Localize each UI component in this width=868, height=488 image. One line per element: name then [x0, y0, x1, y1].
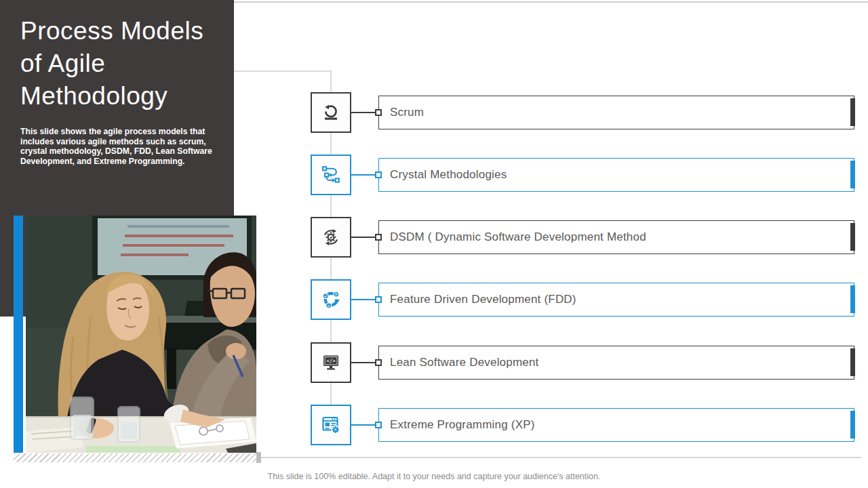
connector-square	[375, 422, 382, 428]
scrum-sprint-icon	[320, 102, 342, 123]
connector-line	[351, 112, 376, 113]
connector-line	[351, 362, 376, 363]
slide-canvas: Process Models of Agile Methodology This…	[0, 0, 868, 488]
icon-box	[311, 405, 351, 445]
hatch-handle	[256, 452, 261, 463]
process-item-row-xp: Extreme Programming (XP)	[311, 405, 854, 445]
process-label: Extreme Programming (XP)	[390, 418, 535, 432]
process-bar: Scrum	[378, 96, 854, 129]
page-title: Process Models of Agile Methodology	[20, 15, 229, 113]
process-bar: DSDM ( Dynamic Software Development Meth…	[378, 220, 854, 254]
page-title-line: of Agile	[20, 47, 229, 80]
browser-gear-icon	[320, 414, 342, 436]
page-title-line: Methodology	[20, 80, 229, 113]
icon-box	[311, 217, 351, 258]
process-item-row-crystal: Crystal Methodologies	[311, 155, 854, 195]
process-bar: Feature Driven Development (FDD)	[378, 283, 854, 317]
code-monitor-icon: </>	[320, 352, 342, 373]
process-bar: Lean Software Development	[378, 346, 854, 380]
icon-box	[311, 279, 351, 320]
process-item-row-lean: </> Lean Software Development	[311, 342, 854, 383]
gear-refresh-icon	[320, 226, 342, 248]
meeting-photo-illustration	[26, 216, 256, 453]
connector-square	[375, 359, 382, 366]
connector-square	[375, 171, 382, 178]
footer-note: This slide is 100% editable. Adapt it to…	[0, 472, 868, 481]
svg-text:</>: </>	[326, 358, 336, 364]
photo-accent-stripe	[14, 216, 23, 453]
connector-square	[375, 109, 382, 116]
workflow-icon	[320, 164, 342, 186]
process-item-row-fdd: Feature Driven Development (FDD)	[311, 279, 854, 320]
connector-line	[351, 299, 376, 300]
process-label: Feature Driven Development (FDD)	[390, 293, 576, 306]
bar-accent-cap	[850, 348, 855, 376]
connector-line	[351, 237, 376, 238]
process-label: Lean Software Development	[390, 356, 539, 369]
icon-box	[311, 155, 351, 195]
icon-box: </>	[311, 342, 351, 383]
bottom-divider-line	[261, 457, 861, 458]
process-bar: Crystal Methodologies	[378, 158, 854, 192]
hatch-stripe	[14, 453, 256, 462]
cycle-nodes-icon	[320, 289, 342, 310]
meeting-photo	[26, 216, 256, 453]
process-item-row-dsdm: DSDM ( Dynamic Software Development Meth…	[311, 217, 854, 258]
connector-line	[351, 424, 376, 426]
icon-box	[311, 92, 351, 133]
slide-description: This slide shows the agile process model…	[20, 127, 213, 166]
bar-accent-cap	[850, 223, 855, 251]
connector-square	[375, 296, 382, 303]
process-item-row-scrum: Scrum	[311, 92, 854, 133]
process-label: Crystal Methodologies	[390, 168, 507, 182]
connector-line	[351, 174, 376, 176]
process-label: Scrum	[390, 106, 424, 119]
bar-accent-cap	[850, 285, 855, 313]
process-bar: Extreme Programming (XP)	[378, 408, 854, 442]
bar-accent-cap	[850, 161, 855, 188]
connector-horizontal-line	[234, 70, 331, 72]
process-label: DSDM ( Dynamic Software Development Meth…	[390, 230, 646, 244]
page-title-line: Process Models	[20, 15, 229, 47]
bar-accent-cap	[850, 411, 855, 439]
bar-accent-cap	[850, 98, 855, 126]
connector-square	[375, 234, 382, 241]
